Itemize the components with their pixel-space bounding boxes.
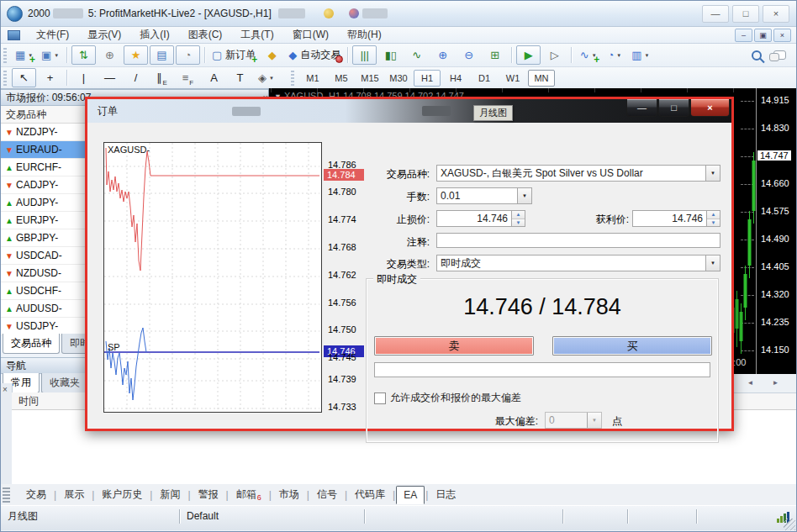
maximize-button[interactable]: □ xyxy=(732,5,759,23)
terminal-tab-邮箱[interactable]: 邮箱6 xyxy=(230,485,268,504)
scroll-left-icon[interactable]: ◄ xyxy=(744,377,757,389)
metaeditor-button[interactable]: ◆ xyxy=(260,45,284,65)
market-watch-row[interactable]: ▲USDCHF- xyxy=(1,282,87,300)
crosshair-tool-button[interactable]: + xyxy=(38,68,62,87)
chevron-down-icon[interactable]: ▼ xyxy=(705,166,720,181)
timeframe-mn[interactable]: MN xyxy=(528,70,555,87)
tile-windows-button[interactable]: ⊞ xyxy=(483,45,507,65)
market-watch-row[interactable]: ▼CADJPY- xyxy=(1,176,87,194)
autotrading-button[interactable]: ◆自动交易 xyxy=(286,45,343,65)
market-watch-row[interactable]: ▼EURAUD- xyxy=(1,141,87,159)
trendline-tool-button[interactable]: / xyxy=(124,68,148,87)
terminal-tab-账户历史[interactable]: 账户历史 xyxy=(95,485,149,504)
menu-item[interactable]: 插入(I) xyxy=(130,26,178,44)
terminal-tab-展示[interactable]: 展示 xyxy=(57,485,91,504)
dialog-titlebar[interactable]: 订单 — □ × xyxy=(87,99,731,123)
take-profit-stepper[interactable]: ▲▼ xyxy=(706,211,720,226)
market-watch-row[interactable]: ▼USDJPY- xyxy=(1,318,87,335)
shapes-tool-button[interactable]: ◈▼ xyxy=(254,68,278,87)
terminal-tab-信号[interactable]: 信号 xyxy=(310,485,344,504)
terminal-tab-交易[interactable]: 交易 xyxy=(19,485,53,504)
chevron-down-icon[interactable]: ▼ xyxy=(587,413,601,428)
terminal-tab-代码库[interactable]: 代码库 xyxy=(348,485,392,504)
dialog-minimize-button[interactable]: — xyxy=(626,99,657,117)
take-profit-input[interactable]: 14.746 ▲▼ xyxy=(632,210,720,227)
timeframe-h4[interactable]: H4 xyxy=(442,70,469,87)
order-type-select[interactable]: 即时成交 ▼ xyxy=(436,255,720,271)
new-chart-button[interactable]: ▦+▼ xyxy=(12,45,36,65)
terminal-tab-警报[interactable]: 警报 xyxy=(192,485,225,504)
label-tool-button[interactable]: T xyxy=(228,68,252,87)
symbol-select[interactable]: XAGUSD-, 白银美元 Spot Silver vs US Dollar ▼ xyxy=(436,165,720,182)
chat-icon[interactable] xyxy=(773,50,786,60)
market-watch-row[interactable]: ▲GBPJPY- xyxy=(1,229,87,247)
menu-item[interactable]: 窗口(W) xyxy=(283,26,338,44)
menu-item[interactable]: 显示(V) xyxy=(78,26,130,44)
templates-button[interactable]: ▥▼ xyxy=(628,45,652,65)
hline-tool-button[interactable]: — xyxy=(98,68,122,87)
timeframe-h1[interactable]: H1 xyxy=(414,70,441,87)
dialog-close-button[interactable]: × xyxy=(690,99,730,117)
dialog-maximize-button[interactable]: □ xyxy=(658,99,689,117)
mdi-close-button[interactable]: × xyxy=(773,29,791,42)
timeframe-m1[interactable]: M1 xyxy=(299,70,326,87)
close-icon[interactable]: × xyxy=(3,385,8,394)
market-watch-row[interactable]: ▲AUDJPY- xyxy=(1,194,87,212)
scroll-right-icon[interactable]: ► xyxy=(769,377,782,389)
market-watch-button[interactable]: ⇅ xyxy=(71,45,96,65)
timeframe-m30[interactable]: M30 xyxy=(385,70,412,87)
timeframe-d1[interactable]: D1 xyxy=(471,70,498,87)
search-icon[interactable] xyxy=(752,50,762,61)
market-watch-row[interactable]: ▲EURJPY- xyxy=(1,212,87,229)
terminal-tab-日志[interactable]: 日志 xyxy=(429,485,462,504)
menu-item[interactable]: 工具(T) xyxy=(231,26,282,44)
data-window-button[interactable]: ⊕ xyxy=(98,45,122,65)
indicators-button[interactable]: ∿+▼ xyxy=(576,45,600,65)
auto-scroll-button[interactable]: ▶ xyxy=(516,45,541,65)
menu-item[interactable]: 帮助(H) xyxy=(338,26,391,44)
market-watch-tab[interactable]: 交易品种 xyxy=(3,334,60,354)
cursor-tool-button[interactable]: ↖ xyxy=(12,68,36,87)
mdi-restore-button[interactable]: ▣ xyxy=(754,29,772,42)
zoom-out-button[interactable]: ⊖ xyxy=(457,45,481,65)
candlestick-chart-button[interactable]: ▮▯ xyxy=(378,45,403,65)
zoom-in-button[interactable]: ⊕ xyxy=(430,45,455,65)
close-button[interactable]: × xyxy=(763,5,789,23)
market-watch-column-header[interactable]: 交易品种 xyxy=(1,106,92,124)
comment-input[interactable] xyxy=(436,233,720,248)
timeframe-m5[interactable]: M5 xyxy=(328,70,355,87)
minimize-button[interactable]: — xyxy=(702,5,729,23)
stop-loss-input[interactable]: 14.746 ▲▼ xyxy=(436,210,525,227)
new-order-button[interactable]: ▢+新订单 xyxy=(209,45,258,65)
chevron-down-icon[interactable]: ▼ xyxy=(517,188,531,203)
buy-button[interactable]: 买 xyxy=(552,336,712,356)
timeframe-m15[interactable]: M15 xyxy=(356,70,383,87)
fibonacci-tool-button[interactable]: ≡F xyxy=(176,68,200,87)
market-watch-row[interactable]: ▲AUDUSD- xyxy=(1,300,87,318)
channel-tool-button[interactable]: ∥E xyxy=(150,68,174,87)
line-chart-button[interactable]: ∿ xyxy=(404,45,429,65)
market-watch-row[interactable]: ▼NZDJPY- xyxy=(1,124,87,141)
toolbar-grip[interactable] xyxy=(3,71,7,86)
panel-grip[interactable] xyxy=(1,383,13,484)
text-tool-button[interactable]: A xyxy=(202,68,226,87)
mdi-minimize-button[interactable]: – xyxy=(735,29,752,42)
terminal-tab-市场[interactable]: 市场 xyxy=(272,485,306,504)
volume-select[interactable]: 0.01 ▼ xyxy=(436,187,532,204)
vline-tool-button[interactable]: | xyxy=(71,68,96,87)
profiles-button[interactable]: ▣▼ xyxy=(38,45,62,65)
market-watch-row[interactable]: ▼NZDUSD- xyxy=(1,265,87,282)
navigator-button[interactable]: ★ xyxy=(124,45,148,65)
strategy-tester-button[interactable]: ◔ xyxy=(176,45,200,65)
market-watch-row[interactable]: ▼USDCAD- xyxy=(1,247,87,265)
toolbar-grip[interactable] xyxy=(291,71,294,86)
chart-shift-button[interactable]: ▷ xyxy=(542,45,567,65)
stop-loss-stepper[interactable]: ▲▼ xyxy=(511,211,525,226)
bar-chart-button[interactable]: ||| xyxy=(352,45,377,65)
navigator-tab[interactable]: 收藏夹 xyxy=(41,373,88,393)
terminal-tab-新闻[interactable]: 新闻 xyxy=(153,485,187,504)
terminal-tab-EA[interactable]: EA xyxy=(396,486,425,504)
sell-button[interactable]: 卖 xyxy=(374,336,534,356)
terminal-grip[interactable] xyxy=(3,487,10,503)
resize-grip[interactable] xyxy=(784,519,795,530)
